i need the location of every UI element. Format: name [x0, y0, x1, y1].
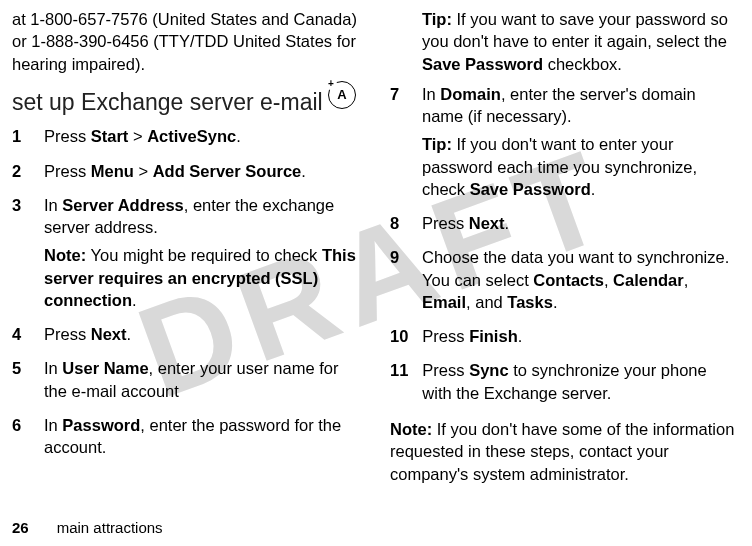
right-column: Tip: If you want to save your password s…	[390, 8, 740, 485]
step-num: 11	[390, 359, 408, 410]
step-num: 4	[12, 323, 30, 351]
page-footer: 26main attractions	[12, 519, 163, 536]
step-8: 8 Press Next.	[390, 212, 740, 240]
accessory-icon: + A	[328, 81, 356, 109]
step-num: 8	[390, 212, 408, 240]
step-num: 2	[12, 160, 30, 188]
icon-letter: A	[337, 86, 346, 104]
heading-row: set up Exchange server e-mail + A	[12, 75, 362, 125]
step-5: 5 In User Name, enter your user name for…	[12, 357, 362, 408]
step-4: 4 Press Next.	[12, 323, 362, 351]
step-9: 9 Choose the data you want to synchroniz…	[390, 246, 740, 319]
step-num: 5	[12, 357, 30, 408]
section-name: main attractions	[57, 519, 163, 536]
step-11: 11 Press Sync to synchronize your phone …	[390, 359, 740, 410]
step-num: 9	[390, 246, 408, 319]
tip-save-password: Tip: If you want to save your password s…	[422, 8, 740, 75]
step-num: 3	[12, 194, 30, 317]
step-num: 10	[390, 325, 408, 353]
bottom-note: Note: If you don't have some of the info…	[390, 418, 740, 485]
step-6: 6 In Password, enter the password for th…	[12, 414, 362, 465]
step-7: 7 In Domain, enter the server's domain n…	[390, 83, 740, 206]
step-10: 10 Press Finish.	[390, 325, 740, 353]
steps-right: 7 In Domain, enter the server's domain n…	[390, 83, 740, 410]
step-body: Press Start > ActiveSync.	[44, 125, 362, 153]
step-2: 2 Press Menu > Add Server Source.	[12, 160, 362, 188]
step-3: 3 In Server Address, enter the exchange …	[12, 194, 362, 317]
left-column: at 1-800-657-7576 (United States and Can…	[12, 8, 362, 485]
plus-icon: +	[325, 78, 337, 90]
page-number: 26	[12, 519, 29, 536]
section-heading: set up Exchange server e-mail	[12, 89, 323, 115]
step-num: 7	[390, 83, 408, 206]
step-num: 1	[12, 125, 30, 153]
steps-left: 1 Press Start > ActiveSync. 2 Press Menu…	[12, 125, 362, 464]
intro-text: at 1-800-657-7576 (United States and Can…	[12, 8, 362, 75]
step-1: 1 Press Start > ActiveSync.	[12, 125, 362, 153]
step-num: 6	[12, 414, 30, 465]
page-content: at 1-800-657-7576 (United States and Can…	[0, 0, 752, 485]
